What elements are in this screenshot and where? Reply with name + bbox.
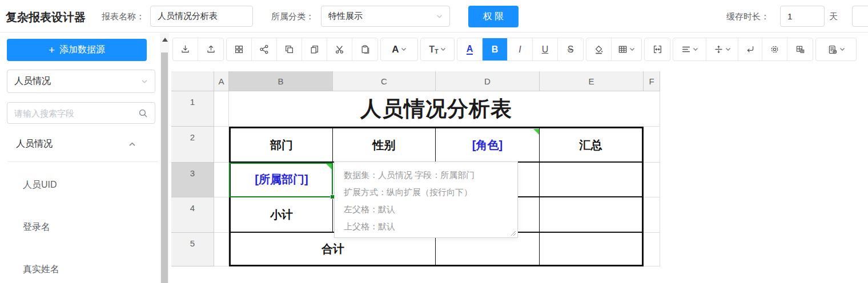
dataset-section-title: 人员情况 xyxy=(16,138,53,150)
sidebar-scrollbar-thumb[interactable] xyxy=(161,52,168,283)
scroll-up-arrow-icon[interactable] xyxy=(162,38,168,42)
cell-c2[interactable]: 性别 xyxy=(333,128,436,163)
merge-cells-icon xyxy=(653,45,662,54)
dataset-select[interactable]: 人员情况 xyxy=(7,70,155,93)
merge-cells-button[interactable] xyxy=(645,38,670,60)
dataset-section-header[interactable]: 人员情况 xyxy=(16,138,136,150)
cell-e2[interactable]: 汇总 xyxy=(540,128,642,163)
report-name-input[interactable] xyxy=(150,6,253,27)
report-settings-button[interactable] xyxy=(816,38,856,60)
cell-a5[interactable] xyxy=(214,233,229,266)
cache-duration-input[interactable] xyxy=(780,6,825,27)
category-value: 特性展示 xyxy=(328,11,363,22)
upload-button[interactable] xyxy=(198,38,223,60)
top-bar: 复杂报表设计器 报表名称： 所属分类： 特性展示 权 限 缓存时长： 天 xyxy=(0,0,868,33)
cell-properties-button[interactable] xyxy=(787,38,813,60)
row-header-5[interactable]: 5 xyxy=(171,233,214,266)
borders-button[interactable] xyxy=(612,38,641,60)
cells-window-icon xyxy=(795,45,805,54)
horizontal-align-button[interactable] xyxy=(673,38,706,60)
paste-button[interactable] xyxy=(352,38,377,60)
cell-a2[interactable] xyxy=(214,127,229,163)
cell-b2[interactable]: 部门 xyxy=(231,128,333,163)
italic-button[interactable]: I xyxy=(508,38,533,60)
font-color-button[interactable]: A xyxy=(381,38,417,60)
download-icon xyxy=(180,45,190,54)
text-color-button[interactable]: A xyxy=(457,38,483,60)
report-gear-icon xyxy=(827,45,838,55)
share-button[interactable] xyxy=(252,38,277,60)
download-button[interactable] xyxy=(173,38,198,60)
vertical-align-icon xyxy=(714,45,724,54)
cell-f4[interactable] xyxy=(644,197,660,233)
clipboard-icon xyxy=(360,45,370,54)
chevron-down-icon xyxy=(839,47,845,51)
cell-e3[interactable] xyxy=(540,163,642,197)
share-icon xyxy=(259,45,269,54)
category-select[interactable]: 特性展示 xyxy=(321,6,450,27)
underline-button[interactable]: U xyxy=(533,38,558,60)
cell-a4[interactable] xyxy=(214,197,229,233)
tooltip-line: 数据集：人员情况 字段：所属部门 xyxy=(344,167,508,184)
paint-bucket-icon xyxy=(594,45,604,54)
cell-d2-field[interactable]: [角色] xyxy=(436,128,540,163)
corner-header[interactable] xyxy=(171,71,214,91)
selected-cell-outline[interactable] xyxy=(229,163,333,197)
col-header-f[interactable]: F xyxy=(644,71,660,91)
font-color-letter: A xyxy=(392,44,399,55)
cell-f2[interactable] xyxy=(644,127,660,163)
row-header-1[interactable]: 1 xyxy=(171,91,214,127)
report-title-cell[interactable]: 人员情况分析表 xyxy=(229,91,644,127)
duplicate-button[interactable] xyxy=(277,38,302,60)
plus-icon: + xyxy=(49,44,55,56)
settings-button[interactable] xyxy=(762,38,787,60)
copy-button[interactable] xyxy=(302,38,327,60)
cell-a3[interactable] xyxy=(214,163,229,197)
col-header-e[interactable]: E xyxy=(540,71,644,91)
field-item[interactable]: 人员UID xyxy=(23,179,57,191)
gear-icon xyxy=(770,45,779,54)
field-search-input[interactable] xyxy=(14,108,138,118)
chevron-down-icon xyxy=(693,47,698,51)
add-datasource-button[interactable]: + 添加数据源 xyxy=(7,39,147,61)
col-header-a[interactable]: A xyxy=(214,71,229,91)
font-size-icon: TT xyxy=(429,45,439,55)
cell-info-tooltip: 数据集：人员情况 字段：所属部门 扩展方式：纵向扩展（按行向下） 左父格：默认 … xyxy=(334,161,518,238)
permission-button[interactable]: 权 限 xyxy=(468,6,519,27)
strikethrough-button[interactable]: S xyxy=(558,38,583,60)
enter-arrow-icon xyxy=(745,45,755,54)
fill-color-button[interactable] xyxy=(586,38,612,60)
chevron-down-icon xyxy=(725,47,731,51)
bold-button[interactable]: B xyxy=(483,38,508,60)
tooltip-line: 左父格：默认 xyxy=(344,201,508,218)
partial-button[interactable] xyxy=(852,6,868,27)
col-header-b[interactable]: B xyxy=(229,71,333,91)
row-header-2[interactable]: 2 xyxy=(171,127,214,163)
font-size-button[interactable]: TT xyxy=(421,38,454,60)
chevron-down-icon xyxy=(440,47,446,51)
field-item[interactable]: 真实姓名 xyxy=(23,264,59,276)
app-title: 复杂报表设计器 xyxy=(6,10,86,25)
cell-f1[interactable] xyxy=(644,91,660,127)
section-divider xyxy=(8,161,158,162)
cell-e4[interactable] xyxy=(540,197,642,233)
field-item[interactable]: 登录名 xyxy=(23,221,50,233)
resize-handle-icon[interactable] xyxy=(511,231,516,236)
cell-e5[interactable] xyxy=(540,233,642,265)
blocks-icon xyxy=(234,45,244,54)
row-header-3[interactable]: 3 xyxy=(171,163,214,197)
col-header-c[interactable]: C xyxy=(333,71,436,91)
report-designer-app: { "topbar": { "app_title": "复杂报表设计器", "r… xyxy=(0,0,868,283)
cut-button[interactable] xyxy=(327,38,352,60)
cell-f5[interactable] xyxy=(644,233,660,266)
components-button[interactable] xyxy=(227,38,252,60)
wrap-text-button[interactable] xyxy=(738,38,762,60)
upload-icon xyxy=(206,45,216,54)
col-header-d[interactable]: D xyxy=(436,71,540,91)
cell-b4[interactable]: 小计 xyxy=(231,197,333,233)
copy-icon xyxy=(310,45,319,54)
row-header-4[interactable]: 4 xyxy=(171,197,214,233)
cell-f3[interactable] xyxy=(644,163,660,197)
cell-a1[interactable] xyxy=(214,91,229,127)
vertical-align-button[interactable] xyxy=(706,38,738,60)
